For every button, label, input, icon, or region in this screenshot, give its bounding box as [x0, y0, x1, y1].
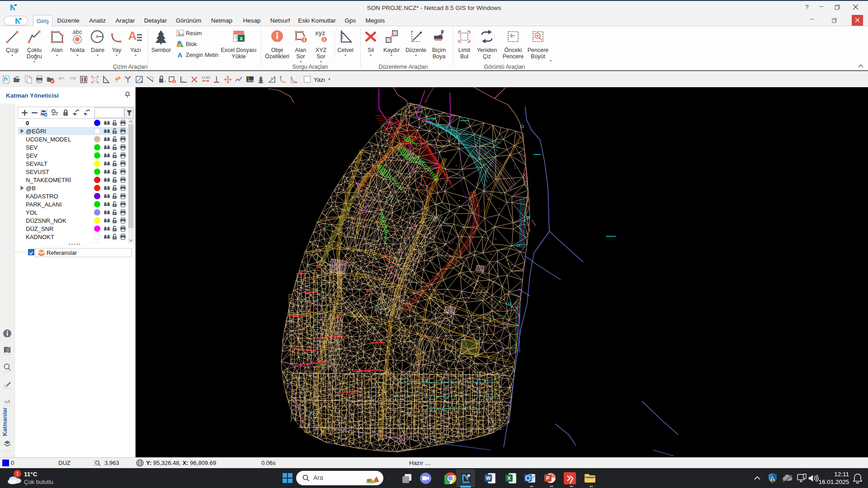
svg-text:X: X [507, 475, 511, 481]
svg-text:x: x [240, 35, 243, 42]
svg-text:xyz: xyz [315, 29, 326, 37]
svg-text:P: P [546, 475, 549, 481]
svg-text:aA: aA [5, 399, 10, 404]
svg-text:W: W [486, 475, 491, 481]
svg-text:A: A [128, 29, 137, 42]
svg-text:m2: m2 [164, 80, 166, 83]
svg-text:abc: abc [73, 29, 82, 35]
svg-text:12,53: 12,53 [202, 75, 210, 80]
svg-text:A: A [178, 52, 183, 58]
